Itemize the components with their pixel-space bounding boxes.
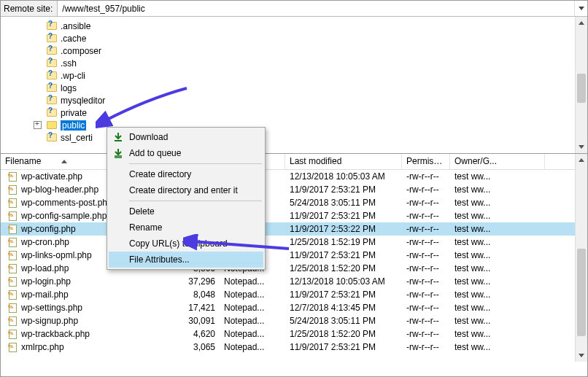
path-dropdown-button[interactable] xyxy=(574,1,587,16)
file-perm: -rw-r--r-- xyxy=(402,316,450,326)
file-type: Notepad... xyxy=(220,276,285,287)
php-file-icon xyxy=(7,171,18,182)
scroll-down-button[interactable] xyxy=(576,141,587,153)
file-owner: test ww... xyxy=(450,184,545,195)
file-list-header[interactable]: Filename e Last modified Permissi... Own… xyxy=(1,154,575,170)
file-type: Notepad... xyxy=(220,316,285,326)
php-file-icon xyxy=(7,316,18,326)
file-row[interactable]: wp-blog-header.phpad...11/9/2017 2:53:21… xyxy=(1,183,575,196)
scroll-up-button[interactable] xyxy=(576,154,587,166)
file-name: wp-trackback.php xyxy=(21,329,90,339)
file-row[interactable]: wp-cron.php3,005Notepad...1/25/2018 1:52… xyxy=(1,236,575,249)
file-owner: test ww... xyxy=(450,342,545,352)
file-row[interactable]: wp-mail.php8,048Notepad...11/9/2017 2:53… xyxy=(1,288,575,301)
file-mod: 11/9/2017 2:53:21 PM xyxy=(285,211,402,221)
scroll-up-button[interactable] xyxy=(576,17,587,29)
menu-item-add-to-queue[interactable]: Add to queue xyxy=(109,145,263,161)
tree-item-label: .wp-cli xyxy=(61,71,85,81)
menu-item-create-directory[interactable]: Create directory xyxy=(109,166,263,182)
scroll-thumb[interactable] xyxy=(577,249,586,336)
column-last-modified[interactable]: Last modified xyxy=(285,154,402,169)
menu-item-label: Create directory xyxy=(129,169,191,179)
file-row[interactable]: wp-login.php37,296Notepad...12/13/2018 1… xyxy=(1,275,575,288)
file-row[interactable]: wp-config-sample.phpad...11/9/2017 2:53:… xyxy=(1,209,575,222)
file-list-body[interactable]: wp-activate.phpad...12/13/2018 10:05:03 … xyxy=(1,170,575,354)
file-row[interactable]: xmlrpc.php3,065Notepad...11/9/2017 2:53:… xyxy=(1,341,575,354)
file-name: wp-login.php xyxy=(21,276,71,287)
file-row[interactable]: wp-links-opml.php2,422Notepad...11/9/201… xyxy=(1,249,575,262)
menu-item-create-directory-and-enter-it[interactable]: Create directory and enter it xyxy=(109,182,263,198)
menu-separator xyxy=(129,201,262,201)
file-row[interactable]: wp-trackback.php4,620Notepad...1/25/2018… xyxy=(1,327,575,341)
folder-unknown-icon: ? xyxy=(46,21,58,31)
php-file-icon xyxy=(7,329,18,339)
directory-tree[interactable]: ?.ansible?.cache?.composer?.ssh?.wp-cli?… xyxy=(1,17,575,153)
file-name: xmlrpc.php xyxy=(21,342,64,352)
menu-item-download[interactable]: Download xyxy=(109,129,263,145)
file-type: Notepad... xyxy=(220,289,285,300)
php-file-icon xyxy=(7,237,18,247)
file-name-cell: wp-settings.php xyxy=(1,303,176,313)
tree-item-label: .ansible xyxy=(61,21,90,31)
tree-item-label: .ssh xyxy=(61,58,77,69)
menu-item-label: Rename xyxy=(129,222,162,233)
remote-path-input[interactable] xyxy=(58,1,574,16)
file-row[interactable]: wp-load.php3,306Notepad...1/25/2018 1:52… xyxy=(1,262,575,275)
scroll-thumb[interactable] xyxy=(577,74,586,103)
php-file-icon xyxy=(7,263,18,273)
file-size: 8,048 xyxy=(176,289,220,300)
php-file-icon xyxy=(7,224,18,234)
folder-unknown-icon: ? xyxy=(46,133,58,143)
file-name: wp-config.php xyxy=(21,224,76,234)
scroll-track[interactable] xyxy=(576,166,587,349)
tree-scrollbar[interactable] xyxy=(575,17,587,153)
file-size: 17,421 xyxy=(176,303,220,313)
tree-item-cache[interactable]: ?.cache xyxy=(1,32,575,44)
file-mod: 12/13/2018 10:05:03 AM xyxy=(285,276,402,287)
menu-item-copy-url-s-to-clipboard[interactable]: Copy URL(s) to clipboard xyxy=(109,236,263,252)
list-scrollbar[interactable] xyxy=(575,154,587,362)
tree-item-wpcli[interactable]: ?.wp-cli xyxy=(1,69,575,82)
menu-item-label: Add to queue xyxy=(129,148,181,158)
menu-item-rename[interactable]: Rename xyxy=(109,219,263,236)
scroll-track[interactable] xyxy=(576,29,587,141)
file-row[interactable]: wp-activate.phpad...12/13/2018 10:05:03 … xyxy=(1,170,575,183)
menu-item-delete[interactable]: Delete xyxy=(109,203,263,219)
menu-item-file-attributes[interactable]: File Attributes... xyxy=(109,252,263,268)
file-owner: test ww... xyxy=(450,263,545,273)
tree-item-logs[interactable]: ?logs xyxy=(1,82,575,94)
tree-item-ansible[interactable]: ?.ansible xyxy=(1,20,575,32)
tree-item-public[interactable]: public xyxy=(1,119,575,131)
tree-item-mysqleditor[interactable]: ?mysqleditor xyxy=(1,94,575,106)
file-name-cell: wp-trackback.php xyxy=(1,329,176,339)
file-perm: -rw-r--r-- xyxy=(402,250,450,260)
file-size: 3,065 xyxy=(176,342,220,352)
file-perm: -rw-r--r-- xyxy=(402,171,450,182)
file-owner: test ww... xyxy=(450,289,545,300)
file-name: wp-signup.php xyxy=(21,316,78,326)
scroll-down-button[interactable] xyxy=(576,349,587,362)
file-name-cell: xmlrpc.php xyxy=(1,342,176,352)
tree-item-ssl_certi[interactable]: ?ssl_certi xyxy=(1,131,575,144)
file-row[interactable]: wp-comments-post.phad...5/24/2018 3:05:1… xyxy=(1,196,575,209)
file-row[interactable]: wp-settings.php17,421Notepad...12/7/2018… xyxy=(1,301,575,314)
file-mod: 11/9/2017 2:53:22 PM xyxy=(285,224,402,234)
folder-unknown-icon: ? xyxy=(46,34,58,44)
file-mod: 11/9/2017 2:53:21 PM xyxy=(285,250,402,260)
menu-item-label: Create directory and enter it xyxy=(129,185,238,195)
column-owner[interactable]: Owner/G... xyxy=(450,154,545,169)
file-name: wp-activate.php xyxy=(21,171,82,182)
column-permissions[interactable]: Permissi... xyxy=(402,154,450,169)
file-owner: test ww... xyxy=(450,237,545,247)
tree-item-composer[interactable]: ?.composer xyxy=(1,44,575,57)
file-owner: test ww... xyxy=(450,171,545,182)
file-owner: test ww... xyxy=(450,303,545,313)
file-row[interactable]: wp-signup.php30,091Notepad...5/24/2018 3… xyxy=(1,314,575,327)
tree-item-ssh[interactable]: ?.ssh xyxy=(1,57,575,69)
tree-item-label: mysqleditor xyxy=(61,96,105,106)
file-row[interactable]: wp-config.phpad...11/9/2017 2:53:22 PM-r… xyxy=(1,222,575,236)
file-owner: test ww... xyxy=(450,198,545,208)
file-mod: 11/9/2017 2:53:21 PM xyxy=(285,342,402,352)
tree-item-private[interactable]: ?private xyxy=(1,106,575,119)
tree-item-label: .composer xyxy=(61,46,101,56)
